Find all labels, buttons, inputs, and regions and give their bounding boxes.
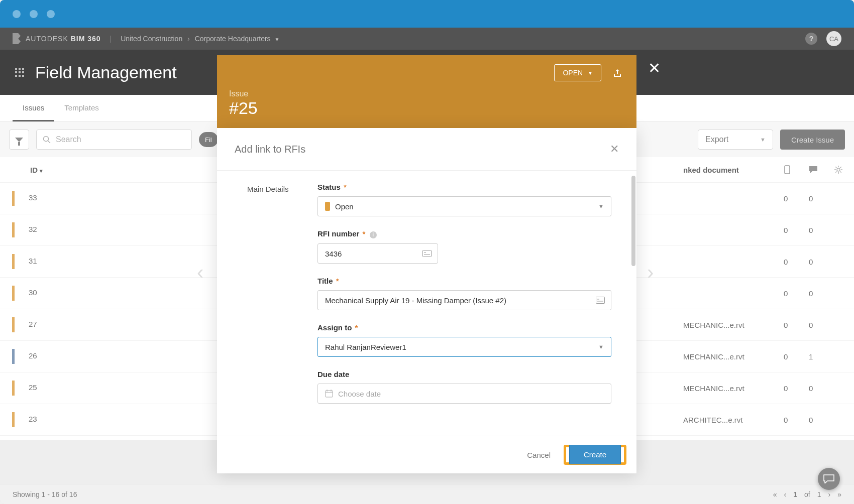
close-modal-button[interactable]: ✕ <box>610 143 619 156</box>
status-bar <box>12 286 15 301</box>
breadcrumb-item[interactable]: United Construction <box>121 35 182 43</box>
page-total: 1 <box>817 490 821 498</box>
col-id[interactable]: ID ▾ <box>0 157 251 183</box>
status-bar <box>12 254 15 269</box>
title-label: Title * <box>317 277 611 285</box>
svg-rect-12 <box>423 250 432 257</box>
chevron-down-icon: ▼ <box>598 344 604 350</box>
search-input[interactable]: Search <box>36 130 192 150</box>
tab-templates[interactable]: Templates <box>54 95 109 121</box>
chevron-down-icon[interactable]: ▼ <box>275 37 280 42</box>
attachment-icon <box>784 165 791 174</box>
tab-issues[interactable]: Issues <box>13 95 54 121</box>
assign-to-select[interactable]: Rahul RanjanReviewer1 ▼ <box>317 337 611 357</box>
app-switcher-icon[interactable] <box>15 68 24 77</box>
add-link-modal: Add link to RFIs ✕ Main Details Status *… <box>217 128 636 473</box>
due-date-label: Due date <box>317 370 611 379</box>
filter-button[interactable] <box>9 130 29 150</box>
status-chip <box>325 202 330 211</box>
col-settings[interactable] <box>829 157 854 183</box>
svg-point-0 <box>44 137 49 142</box>
svg-line-9 <box>840 172 841 173</box>
help-icon[interactable]: ? <box>805 33 817 45</box>
share-icon <box>613 69 622 78</box>
due-date-input[interactable]: Choose date <box>317 384 611 404</box>
card-icon <box>422 250 432 257</box>
logo-icon <box>13 33 21 44</box>
svg-line-10 <box>835 172 836 173</box>
window-dot[interactable] <box>30 10 38 18</box>
sidebar-main-details[interactable]: Main Details <box>247 185 317 193</box>
create-highlight: Create <box>564 445 626 465</box>
page-first-icon[interactable]: « <box>773 490 777 498</box>
issue-number: #25 <box>229 98 624 118</box>
chevron-down-icon: ▼ <box>760 137 766 143</box>
top-bar: AUTODESK BIM 360 | United Construction ›… <box>0 28 854 50</box>
status-bar <box>12 349 15 364</box>
calendar-icon <box>325 390 333 398</box>
share-button[interactable] <box>608 64 626 82</box>
issue-label: Issue <box>229 89 624 98</box>
footer: Showing 1 - 16 of 16 « ‹ 1 of 1 › » <box>0 484 854 504</box>
search-placeholder: Search <box>56 135 81 144</box>
create-button[interactable]: Create <box>569 445 621 464</box>
status-bar <box>12 381 15 396</box>
col-comments[interactable] <box>804 157 829 183</box>
svg-line-11 <box>840 167 841 168</box>
brand-label: AUTODESK BIM 360 <box>26 35 101 43</box>
status-select[interactable]: Open ▼ <box>317 196 611 216</box>
assign-to-label: Assign to * <box>317 323 611 332</box>
col-attachments[interactable] <box>779 157 804 183</box>
breadcrumb-item[interactable]: Corporate Headquarters <box>195 35 271 43</box>
next-issue-button[interactable]: › <box>647 261 654 284</box>
funnel-icon <box>15 138 23 142</box>
modal-header: Add link to RFIs ✕ <box>217 128 636 171</box>
title-input[interactable]: Mechanical Supply Air 19 - Missing Dampe… <box>317 290 611 310</box>
window-dot[interactable] <box>47 10 55 18</box>
chevron-down-icon: ▼ <box>598 203 604 209</box>
prev-issue-button[interactable]: ‹ <box>197 261 203 284</box>
open-label: OPEN <box>563 69 583 77</box>
brand-prefix: AUTODESK <box>26 35 68 43</box>
status-bar <box>12 412 15 427</box>
showing-label: Showing 1 - 16 of 16 <box>13 490 77 498</box>
svg-rect-2 <box>785 166 790 174</box>
cancel-button[interactable]: Cancel <box>519 446 559 464</box>
modal-title: Add link to RFIs <box>235 144 305 155</box>
rfi-number-value: 3436 <box>325 249 342 258</box>
window-title-bar <box>0 0 854 28</box>
rfi-number-input[interactable]: 3436 <box>317 243 438 264</box>
svg-point-3 <box>837 168 840 171</box>
page-next-icon[interactable]: › <box>828 490 831 498</box>
status-open-button[interactable]: OPEN ▼ <box>554 64 601 81</box>
chevron-down-icon: ▼ <box>588 70 593 76</box>
avatar[interactable]: CA <box>826 31 841 46</box>
gear-icon <box>834 165 843 174</box>
page-title: Field Management <box>35 63 177 82</box>
page-prev-icon[interactable]: ‹ <box>784 490 787 498</box>
svg-rect-18 <box>326 391 333 397</box>
svg-line-1 <box>48 141 51 144</box>
breadcrumb-sep: › <box>187 35 190 43</box>
card-icon <box>596 297 605 304</box>
chat-icon <box>823 474 834 483</box>
scrollbar[interactable] <box>631 176 635 266</box>
modal-form: Status * Open ▼ RFI number * i 3436 Ti <box>317 171 636 436</box>
window-dot[interactable] <box>13 10 21 18</box>
export-button[interactable]: Export ▼ <box>698 130 773 150</box>
create-issue-button[interactable]: Create Issue <box>780 130 845 150</box>
col-linked-doc[interactable]: nked document <box>678 157 779 183</box>
comment-icon <box>809 166 818 174</box>
info-icon[interactable]: i <box>370 231 377 238</box>
status-label: Status * <box>317 183 611 191</box>
status-bar <box>12 317 15 332</box>
svg-rect-15 <box>596 297 605 304</box>
title-value: Mechanical Supply Air 19 - Missing Dampe… <box>325 296 506 305</box>
close-panel-button[interactable]: ✕ <box>648 59 661 77</box>
due-date-placeholder: Choose date <box>338 390 381 398</box>
breadcrumb[interactable]: United Construction › Corporate Headquar… <box>121 35 279 43</box>
page-last-icon[interactable]: » <box>837 490 841 498</box>
chat-button[interactable] <box>818 468 840 490</box>
page-current: 1 <box>793 490 797 498</box>
filter-pill[interactable]: Fil <box>199 132 218 147</box>
